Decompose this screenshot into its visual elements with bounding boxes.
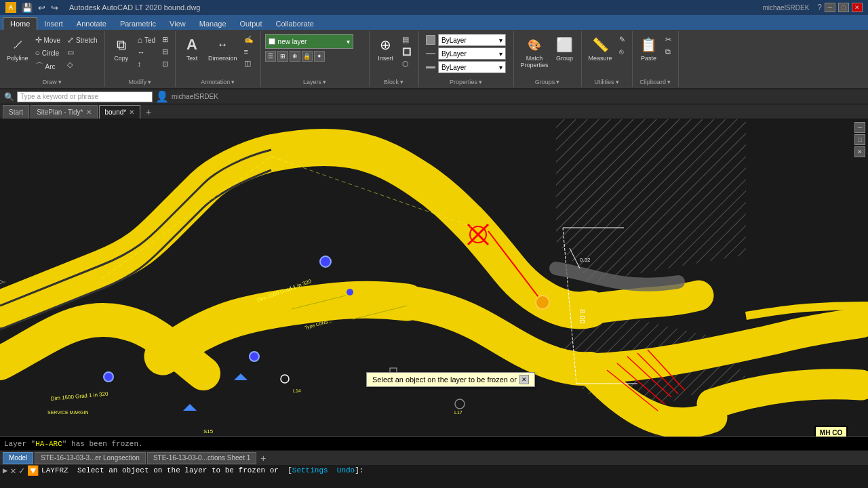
draw-label[interactable]: Draw ▾ [43,77,62,85]
viewport-controls: ─ □ ✕ [854,122,865,157]
ann-extra-3[interactable]: ◫ [241,58,256,69]
block-extra-1[interactable]: ▤ [399,34,414,45]
doc-tab-add[interactable]: + [142,105,155,119]
modify-extra-3[interactable]: ⊞ [159,34,171,45]
viewport[interactable]: 8.00 8.00 [0,119,868,436]
copy-label: Copy [114,56,128,62]
modify-extra-1[interactable]: ↔ [135,47,158,58]
clipboard-label[interactable]: Clipboard ▾ [639,77,671,85]
quick-access-save[interactable]: 💾 [22,3,33,13]
viewport-restore[interactable]: □ [854,134,865,145]
tab-annotate[interactable]: Annotate [70,18,113,30]
block-extra-3[interactable]: ⬡ [399,58,414,70]
quick-access-undo[interactable]: ↩ [38,3,45,13]
prop-color-swatch[interactable] [426,35,435,45]
tab-view[interactable]: View [163,18,193,30]
tab-home[interactable]: Home [3,17,37,30]
cmd-icon-1[interactable]: ✕ [10,465,16,476]
layer-icon-2[interactable]: ⊞ [277,51,288,62]
move-button[interactable]: ✛ Move [33,34,63,46]
arc-icon: ⌒ [35,61,43,73]
measure-button[interactable]: 📏 Measure [586,34,615,64]
bylayer-color-dropdown[interactable]: ByLayer ▾ [438,34,506,46]
doc-tab-siteplan-close[interactable]: ✕ [86,108,92,116]
clipboard-cut[interactable]: ✂ [663,34,674,45]
viewport-close[interactable]: ✕ [854,146,865,157]
help-icon[interactable]: ? [817,3,822,12]
layers-label[interactable]: Layers ▾ [303,77,326,85]
command-input-field[interactable] [366,466,865,474]
doc-tab-siteplan[interactable]: SitePlan - Tidy* ✕ [31,105,97,119]
tab-insert[interactable]: Insert [37,18,70,30]
copy-icon: ⧉ [112,35,131,54]
arc-button[interactable]: ⌒ Arc [33,60,63,74]
topbar-user-icon: 👤 [155,90,169,103]
layer-icon-3[interactable]: ❄ [290,51,300,62]
prop-linetype-swatch [426,53,435,54]
quick-access-redo[interactable]: ↪ [51,3,58,13]
modify-label[interactable]: Modify ▾ [129,77,152,85]
layer-color-indicator [269,38,275,45]
cmd-icon-3[interactable]: 🔽 [27,465,39,476]
svg-point-24 [104,372,113,382]
util-extra-2[interactable]: ⎋ [616,46,628,57]
modify-extra-5[interactable]: ⊡ [159,58,171,70]
clipboard-copy[interactable]: ⧉ [663,46,674,58]
cmd-icon-2[interactable]: ✓ [19,465,24,476]
draw-tools: ⟋ Polyline ✛ Move ○ Circle ⌒ Arc [4,33,100,77]
layer-icon-4[interactable]: 🔒 [302,51,313,62]
block-group-text: Block [384,79,399,85]
viewport-minimize[interactable]: ─ [854,122,865,133]
insert-button[interactable]: ⊕ Insert [374,34,398,64]
minimize-button[interactable]: ─ [825,3,835,12]
bylayer-lineweight-dropdown[interactable]: ByLayer ▾ [438,61,506,73]
dimension-button[interactable]: ↔ Dimension [205,34,240,64]
search-input[interactable]: Type a keyword or phrase [17,92,153,102]
block-extra-2[interactable]: 🔳 [399,46,414,58]
layer-dropdown-arrow: ▾ [347,38,350,45]
groups-label[interactable]: Groups ▾ [535,77,560,85]
layer-icon-5[interactable]: ✦ [314,51,325,62]
doc-tab-bound-close[interactable]: ✕ [129,108,134,116]
modify-extra-2-icon: ↕ [138,60,142,68]
properties-expand-icon: ▾ [479,79,482,85]
paste-button[interactable]: 📋 Paste [637,34,661,64]
doc-tab-start[interactable]: Start [3,105,29,119]
ann-extra-2[interactable]: ≡ [241,46,256,57]
block-label[interactable]: Block ▾ [384,77,403,85]
draw-extra-1[interactable]: ▭ [64,47,100,58]
utilities-label[interactable]: Utilities ▾ [595,77,619,85]
search-placeholder: Type a keyword or phrase [20,93,98,100]
modify-extra-4[interactable]: ⊟ [159,46,171,58]
util-extra-1[interactable]: ✎ [616,34,628,45]
copy-button[interactable]: ⧉ Copy [109,34,134,64]
group-button[interactable]: ⬜ Group [553,34,577,64]
text-button[interactable]: A Text [180,34,204,64]
stretch-button[interactable]: ⤢ Stretch [64,34,100,46]
model-tab-longsection[interactable]: STE-16-13-03-3...er Longsection [35,452,146,464]
close-button[interactable]: ✕ [852,3,863,12]
tab-output[interactable]: Output [233,18,269,30]
svg-point-18 [320,256,331,267]
ann-extra-1[interactable]: ✍ [241,34,256,45]
bylayer-linetype-dropdown[interactable]: ByLayer ▾ [438,47,506,60]
modify-extra-2[interactable]: ↕ [135,58,158,69]
tab-manage[interactable]: Manage [193,18,233,30]
restore-button[interactable]: □ [838,3,849,12]
doc-tab-bound[interactable]: bound* ✕ [99,105,141,119]
circle-button[interactable]: ○ Circle [33,47,63,59]
layer-dropdown[interactable]: new layer ▾ [265,34,353,49]
annotation-label[interactable]: Annotation ▾ [201,77,235,85]
tab-parametric[interactable]: Parametric [113,18,163,30]
model-tab-add[interactable]: + [258,453,269,464]
model-tab-model[interactable]: Model [3,452,33,464]
polyline-button[interactable]: ⟋ Polyline [4,34,31,64]
match-properties-button[interactable]: 🎨 MatchProperties [518,34,551,70]
properties-label[interactable]: Properties ▾ [450,77,482,85]
draw-extra-2[interactable]: ◇ [64,59,100,70]
ted-button[interactable]: ⌂ Ted [135,34,158,46]
layer-icon-1[interactable]: ☰ [265,51,276,62]
tab-collaborate[interactable]: Collaborate [269,18,321,30]
model-tab-sheet1[interactable]: STE-16-13-03-0...ctions Sheet 1 [147,452,256,464]
annotation-group-text: Annotation [201,79,230,85]
